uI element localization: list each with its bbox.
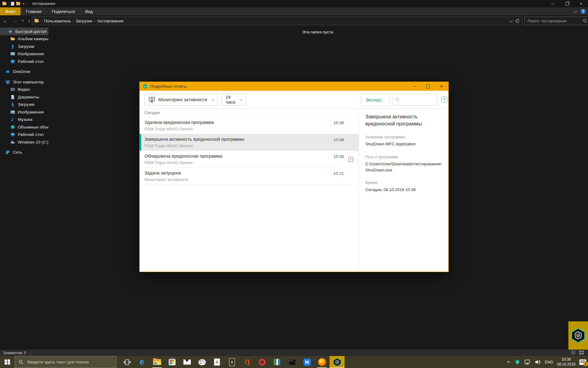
sidebar-item-pictures-2[interactable]: Изображения	[0, 108, 48, 116]
network-tray-icon[interactable]	[524, 359, 530, 365]
recent-locations-icon[interactable]: ▼	[20, 19, 25, 22]
task-view-button[interactable]	[119, 356, 134, 368]
sidebar-item-this-pc[interactable]: Этот компьютер	[0, 78, 48, 86]
network-icon	[6, 150, 10, 155]
taskbar-paint3d[interactable]	[194, 356, 209, 368]
sidebar-item-pictures[interactable]: Изображения	[0, 50, 48, 58]
sidebar-item-camera-album[interactable]: Альбом камеры	[0, 35, 48, 43]
sidebar-item-music[interactable]: Музыка	[0, 116, 48, 124]
properties-icon[interactable]	[11, 2, 14, 6]
report-row[interactable]: Удалена вредоносная программа PDM:Trojan…	[140, 117, 359, 134]
download-icon	[10, 44, 15, 49]
taskbar-search-box[interactable]	[15, 356, 116, 368]
clock[interactable]: 10:38 08.10.2019	[557, 357, 575, 367]
search-icon	[395, 98, 400, 102]
forward-button[interactable]: →	[10, 18, 20, 23]
folder-icon	[35, 19, 39, 22]
statusbar-view-toggles	[571, 351, 584, 355]
pictures-icon	[10, 110, 15, 114]
breadcrumb-user[interactable]: Пользователь	[42, 19, 73, 23]
tray-chevron-up-icon[interactable]	[506, 360, 511, 364]
tab-view[interactable]: Вид	[80, 7, 98, 15]
taskbar-command-prompt[interactable]: C:\_	[285, 356, 300, 368]
computer-icon	[6, 80, 10, 84]
taskbar-mail[interactable]	[179, 356, 194, 368]
export-button[interactable]: Экспорт...	[361, 94, 389, 106]
tab-share[interactable]: Поделиться	[47, 7, 80, 15]
help-icon[interactable]: ?	[581, 9, 586, 14]
kaspersky-window-controls: ✕	[408, 82, 448, 91]
details-value: Сегодня, 08.10.2019 10:38	[365, 187, 442, 193]
action-center-button[interactable]: 2	[579, 359, 586, 365]
taskbar-office[interactable]	[239, 356, 254, 368]
taskbar-wordpad[interactable]: A	[209, 356, 224, 368]
sidebar-item-3d-objects[interactable]: Объемные объекты	[0, 123, 48, 131]
volume-icon[interactable]	[534, 359, 541, 365]
taskbar-search-input[interactable]	[27, 359, 112, 365]
taskbar-kaspersky[interactable]	[330, 356, 345, 368]
taskbar-opera[interactable]	[254, 356, 270, 368]
taskbar-firefox[interactable]	[315, 356, 330, 368]
tab-file[interactable]: Файл	[0, 7, 21, 15]
explorer-search-box[interactable]	[524, 17, 588, 25]
sidebar-item-desktop-2[interactable]: Рабочий стол	[0, 131, 48, 139]
office-icon	[244, 359, 251, 366]
qat-customize-icon[interactable]: ▼	[22, 2, 25, 5]
breadcrumb-current[interactable]: тестирования	[95, 19, 125, 23]
activity-monitor-icon	[149, 96, 155, 103]
new-folder-icon[interactable]	[16, 2, 20, 5]
taskbar-file-explorer[interactable]	[149, 356, 164, 368]
pictures-icon	[10, 52, 15, 56]
documents-icon	[10, 95, 15, 99]
sidebar-item-desktop[interactable]: Рабочий стол	[0, 58, 48, 65]
videos-icon	[10, 87, 15, 92]
taskbar-edge[interactable]: e	[134, 356, 149, 368]
address-bar[interactable]: › Пользователь › Загрузки › тестирования	[32, 17, 522, 25]
3d-objects-icon	[10, 125, 15, 129]
refresh-icon[interactable]	[515, 19, 520, 23]
thumbnails-view-icon[interactable]	[579, 351, 584, 355]
kaspersky-shield-icon	[143, 84, 148, 89]
kaspersky-help-icon[interactable]: ?	[441, 96, 447, 103]
taskbar-your-phone[interactable]: A	[224, 356, 239, 368]
language-indicator[interactable]: ENG	[545, 360, 553, 364]
address-dropdown-icon[interactable]	[509, 18, 513, 22]
report-search-box[interactable]	[392, 94, 437, 105]
back-button[interactable]: ←	[0, 18, 10, 23]
breadcrumb-downloads[interactable]: Загрузки	[74, 19, 94, 23]
maximize-button[interactable]	[421, 82, 435, 91]
sidebar-item-downloads-2[interactable]: Загрузки	[0, 101, 48, 109]
explorer-search-input[interactable]	[527, 18, 583, 24]
category-dropdown[interactable]: Мониторинг активности	[145, 94, 218, 105]
security-shield-icon[interactable]	[515, 359, 520, 365]
expand-ribbon-icon[interactable]	[574, 9, 578, 13]
sidebar-item-quick-access[interactable]: Быстрый доступ	[0, 28, 48, 35]
onedrive-icon	[6, 69, 10, 74]
report-row[interactable]: Обнаружена вредоносная программа PDM:Tro…	[140, 151, 359, 168]
start-button[interactable]	[0, 356, 15, 368]
sidebar-item-onedrive[interactable]: OneDrive	[0, 68, 48, 76]
sidebar-item-windows-c[interactable]: Windows 10 (C:)	[0, 138, 48, 146]
taskbar-books[interactable]	[270, 356, 285, 368]
details-view-icon[interactable]	[571, 351, 575, 355]
period-dropdown[interactable]: 24 часа	[222, 94, 246, 105]
report-row[interactable]: Задача запущена Мониторинг активности 10…	[140, 168, 359, 185]
sidebar-item-network[interactable]: Сеть	[0, 149, 48, 156]
close-button[interactable]: ✕	[574, 0, 588, 7]
minimize-button[interactable]	[408, 82, 421, 91]
minimize-button[interactable]	[546, 0, 560, 7]
kaspersky-desktop-widget[interactable]	[568, 321, 588, 350]
report-search-input[interactable]	[402, 97, 434, 102]
your-phone-icon: A	[229, 358, 235, 366]
report-row-selected[interactable]: Завершена активность вредоносной програм…	[140, 134, 359, 151]
windows-logo-icon	[5, 359, 10, 365]
sidebar-item-videos[interactable]: Видео	[0, 86, 48, 94]
sidebar-item-downloads[interactable]: Загрузки	[0, 43, 48, 50]
close-button[interactable]: ✕	[435, 82, 448, 91]
ribbon-right-controls: ?	[574, 7, 586, 15]
taskbar-maxthon[interactable]: M	[300, 356, 315, 368]
taskbar-store[interactable]	[164, 356, 179, 368]
restore-button[interactable]	[560, 0, 574, 7]
tab-home[interactable]: Главная	[21, 7, 47, 15]
sidebar-item-documents[interactable]: Документы	[0, 93, 48, 101]
